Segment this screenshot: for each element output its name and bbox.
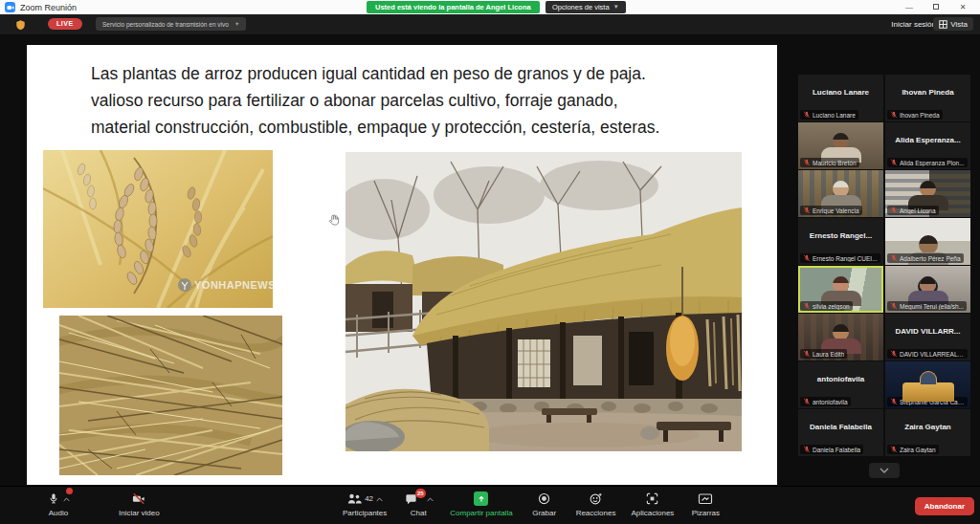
meeting-toolbar: Audio Iniciar video — [0, 486, 980, 524]
participant-label: Daniela Falabella — [800, 445, 863, 454]
live-badge: LIVE — [48, 18, 82, 30]
mic-muted-icon — [890, 350, 898, 358]
participant-tile[interactable]: Megumi Terui (ella/sh... — [885, 266, 970, 313]
thatched-house-image — [345, 152, 742, 451]
participant-label: Ihovan Pineda — [887, 110, 943, 120]
rice-plant-image: YONHAPNEWS — [43, 150, 273, 308]
reactions-button[interactable]: Reacciones — [570, 487, 622, 518]
participant-label: silvia zelgson — [800, 301, 853, 311]
mic-muted-icon — [890, 302, 898, 310]
participant-name: Ernesto Rangel... — [798, 218, 883, 253]
window-titlebar: Zoom Reunión Usted está viendo la pantal… — [0, 0, 980, 14]
apps-button[interactable]: Aplicaciones — [625, 487, 679, 518]
avatar — [919, 235, 938, 254]
view-layout-button[interactable]: Vista — [933, 17, 973, 31]
chevron-up-icon[interactable] — [376, 497, 383, 502]
mouse-cursor-hand-icon — [327, 213, 341, 227]
participant-name: Ihovan Pineda — [885, 75, 970, 110]
participant-label: Stephanie García Casi... — [887, 397, 968, 406]
participant-tile[interactable]: Zaira GaytanZaira Gaytan — [885, 409, 970, 456]
straw-bundles-image — [59, 316, 282, 475]
participant-tile[interactable]: antoniofavilaantoniofavila — [798, 361, 883, 408]
mic-muted-icon — [890, 159, 898, 166]
chevron-down-icon: ▼ — [234, 21, 239, 27]
window-title: Zoom Reunión — [20, 3, 77, 12]
participant-label: Mauricio Bretón — [800, 158, 859, 167]
mic-muted-icon — [890, 398, 898, 405]
maximize-button[interactable] — [923, 0, 949, 14]
chat-button[interactable]: 25 Chat — [396, 487, 440, 518]
leave-meeting-button[interactable]: Abandonar — [915, 497, 974, 515]
participants-icon — [346, 492, 362, 506]
participant-name: antoniofavila — [798, 361, 883, 397]
mic-muted-icon — [890, 446, 898, 453]
encryption-shield-icon — [15, 18, 26, 35]
slide-title-text: Las plantas de arroz producen igual cant… — [91, 60, 777, 141]
participant-tile[interactable]: Stephanie García Casi... — [885, 361, 970, 408]
mic-muted-icon — [890, 254, 898, 262]
gallery-scroll-down-button[interactable] — [869, 463, 900, 478]
participant-tile[interactable]: Mauricio Bretón — [798, 122, 883, 169]
view-options-button[interactable]: Opciones de vista▼ — [546, 1, 626, 13]
shared-screen-slide: Las plantas de arroz producen igual cant… — [27, 45, 777, 485]
meeting-main-area: Las plantas de arroz producen igual cant… — [0, 34, 980, 486]
record-button[interactable]: Grabar — [523, 487, 567, 518]
participant-tile[interactable]: Ihovan PinedaIhovan Pineda — [885, 75, 970, 121]
mic-muted-icon — [803, 207, 811, 214]
chevron-down-icon — [880, 468, 889, 473]
grid-view-icon — [939, 20, 947, 29]
participant-name: Luciano Lanare — [798, 75, 883, 110]
share-screen-icon — [474, 491, 488, 506]
participant-label: Angel Licona — [887, 206, 939, 215]
maximize-icon — [933, 4, 939, 10]
smiley-reactions-icon — [589, 491, 603, 506]
participant-label: Alida Esperanza Plon... — [887, 158, 968, 167]
participant-tile[interactable]: Ernesto Rangel...Ernesto Rangel CUEI... — [798, 218, 883, 265]
mic-muted-icon — [890, 207, 898, 214]
participant-label: antoniofavila — [800, 397, 851, 406]
close-button[interactable]: ✕ — [949, 0, 976, 14]
mic-muted-icon — [803, 159, 811, 166]
audio-notification-dot — [66, 488, 73, 494]
participant-label: Laura Edith — [800, 349, 847, 359]
live-stream-service-button[interactable]: Servicio personalizado de transmisión en… — [96, 17, 246, 31]
mic-muted-icon — [803, 111, 811, 119]
participant-name: Zaira Gaytan — [885, 409, 970, 445]
participant-tile[interactable]: Angel Licona — [885, 170, 970, 217]
whiteboards-button[interactable]: Pizarras — [683, 487, 727, 518]
zoom-app-icon — [5, 2, 15, 12]
microphone-icon — [47, 491, 60, 506]
zoom-app-window: Zoom Reunión Usted está viendo la pantal… — [0, 0, 980, 524]
participant-label: Enrique Valencia — [800, 206, 862, 215]
start-video-button[interactable]: Iniciar video — [113, 487, 166, 518]
screen-sharing-banner: Usted está viendo la pantalla de Angel L… — [367, 1, 540, 13]
whiteboard-icon — [698, 492, 713, 506]
participant-tile[interactable]: Alida Esperanza...Alida Esperanza Plon..… — [885, 122, 970, 169]
mic-muted-icon — [803, 446, 811, 453]
participants-button[interactable]: 42 Participantes — [337, 487, 392, 518]
sign-in-button[interactable]: Iniciar sesión — [891, 18, 936, 31]
participant-label: Ernesto Rangel CUEI... — [800, 253, 880, 263]
participant-tile[interactable]: Adalberto Pérez Peña — [885, 218, 970, 265]
mic-muted-icon — [890, 111, 898, 119]
minimize-button[interactable]: — — [896, 0, 923, 14]
chevron-up-icon[interactable] — [63, 497, 70, 502]
record-icon — [537, 491, 551, 506]
mic-muted-icon — [803, 350, 811, 358]
apps-icon — [645, 491, 659, 506]
participant-label: Luciano Lanare — [800, 110, 858, 120]
participant-label: DAVID VILLARREAL A... — [887, 349, 968, 359]
stream-bar: LIVE Servicio personalizado de transmisi… — [0, 14, 980, 34]
participant-tile[interactable]: DAVID VILLARR...DAVID VILLARREAL A... — [885, 314, 970, 360]
participant-tile[interactable]: silvia zelgson — [798, 266, 883, 313]
audio-button[interactable]: Audio — [36, 487, 80, 518]
participant-tile[interactable]: Daniela FalabellaDaniela Falabella — [798, 409, 883, 456]
participant-tile[interactable]: Laura Edith — [798, 314, 883, 360]
camera-off-icon — [131, 491, 146, 506]
chevron-up-icon[interactable] — [427, 497, 434, 502]
participant-tile[interactable]: Luciano LanareLuciano Lanare — [798, 75, 883, 121]
share-screen-button[interactable]: Compartir pantalla — [444, 487, 518, 518]
svg-text:YONHAPNEWS: YONHAPNEWS — [194, 279, 273, 291]
participant-tile[interactable]: Enrique Valencia — [798, 170, 883, 217]
participant-label: Adalberto Pérez Peña — [887, 253, 964, 263]
